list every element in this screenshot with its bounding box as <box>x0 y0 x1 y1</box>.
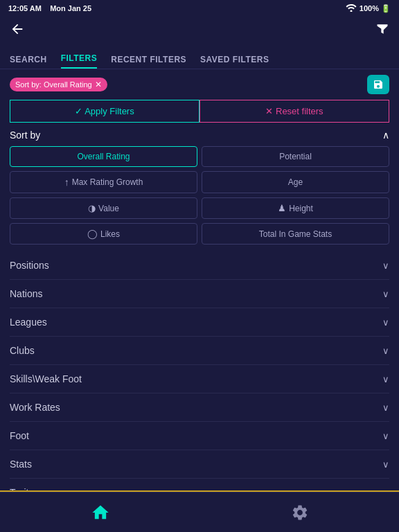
sort-item-total-stats[interactable]: Total In Game Stats <box>202 223 389 245</box>
chevron-down-icon: ∨ <box>382 346 389 356</box>
chevron-down-icon: ∨ <box>382 374 389 384</box>
sort-item-max-rating[interactable]: ↑ Max Rating Growth <box>10 171 197 193</box>
tab-recent-filters[interactable]: RECENT FILTERS <box>111 55 186 69</box>
sort-item-age[interactable]: Age <box>202 171 389 193</box>
chevron-down-icon: ∨ <box>382 459 389 470</box>
circle-icon: ◯ <box>87 229 98 239</box>
moon-icon: ◑ <box>88 203 96 213</box>
nav-settings-button[interactable] <box>291 504 309 522</box>
sort-item-label: Age <box>288 177 303 187</box>
chevron-down-icon: ∨ <box>382 260 389 271</box>
status-icons: 100% 🔋 <box>346 3 391 13</box>
sort-label: Sort by <box>10 130 40 141</box>
apply-filters-button[interactable]: ✓ Apply Filters <box>10 100 200 123</box>
filter-row-label: Foot <box>10 430 29 441</box>
tag-label: Sort by: Overall Rating <box>15 80 92 89</box>
filter-row-label: Clubs <box>10 345 35 356</box>
sort-header[interactable]: Sort by ∧ <box>10 130 389 141</box>
filter-row-label: Skills\Weak Foot <box>10 373 82 384</box>
filter-row-work-rates[interactable]: Work Rates ∨ <box>10 393 389 422</box>
tag-remove-icon[interactable]: ✕ <box>95 80 102 89</box>
battery-icon: 100% 🔋 <box>360 4 391 13</box>
sort-item-label: Height <box>289 204 313 213</box>
sort-grid: Overall Rating Potential ↑ Max Rating Gr… <box>10 146 389 245</box>
filter-row-label: Nations <box>10 288 42 299</box>
sort-item-label: Potential <box>279 152 312 161</box>
active-filter-tag[interactable]: Sort by: Overall Rating ✕ <box>10 78 107 91</box>
sort-item-likes[interactable]: ◯ Likes <box>10 223 197 245</box>
status-bar: 12:05 AM Mon Jan 25 100% 🔋 <box>0 0 399 17</box>
filter-row-label: Stats <box>10 459 32 470</box>
chevron-down-icon: ∨ <box>382 431 389 441</box>
sort-item-value[interactable]: ◑ Value <box>10 197 197 219</box>
sort-item-potential[interactable]: Potential <box>202 146 389 167</box>
sort-item-label: Overall Rating <box>77 152 130 161</box>
filter-tags-row: Sort by: Overall Rating ✕ <box>0 69 399 100</box>
filter-row-skills-weak-foot[interactable]: Skills\Weak Foot ∨ <box>10 365 389 393</box>
action-buttons: ✓ Apply Filters ✕ Reset filters <box>0 100 399 123</box>
tab-search[interactable]: SEARCH <box>10 55 47 69</box>
sort-arrow-icon: ↑ <box>64 177 69 188</box>
sort-item-label: Max Rating Growth <box>72 177 143 187</box>
tabs-bar: SEARCH FILTERS RECENT FILTERS SAVED FILT… <box>0 44 399 69</box>
filter-row-label: Work Rates <box>10 402 60 413</box>
save-filter-button[interactable] <box>367 75 389 94</box>
person-icon: ♟ <box>278 203 286 213</box>
filter-row-leagues[interactable]: Leagues ∨ <box>10 308 389 337</box>
filter-row-clubs[interactable]: Clubs ∨ <box>10 337 389 365</box>
top-nav <box>0 17 399 44</box>
sort-section: Sort by ∧ Overall Rating Potential ↑ Max… <box>0 130 399 245</box>
chevron-down-icon: ∨ <box>382 317 389 328</box>
reset-filters-button[interactable]: ✕ Reset filters <box>200 100 389 123</box>
filter-row-foot[interactable]: Foot ∨ <box>10 422 389 450</box>
filter-row-label: Positions <box>10 260 49 271</box>
sort-item-overall[interactable]: Overall Rating <box>10 146 197 167</box>
filter-row-stats[interactable]: Stats ∨ <box>10 450 389 479</box>
chevron-down-icon: ∨ <box>382 402 389 413</box>
chevron-down-icon: ∨ <box>382 289 389 299</box>
tab-saved-filters[interactable]: SAVED FILTERS <box>200 55 269 69</box>
bottom-nav <box>0 492 399 532</box>
filter-funnel-icon[interactable] <box>375 22 389 39</box>
sort-item-label: Likes <box>100 229 120 239</box>
filter-row-positions[interactable]: Positions ∨ <box>10 251 389 280</box>
wifi-icon <box>346 3 357 13</box>
sort-collapse-icon[interactable]: ∧ <box>382 130 389 141</box>
sort-item-label: Total In Game Stats <box>259 229 332 239</box>
svg-point-0 <box>350 10 352 12</box>
sort-item-height[interactable]: ♟ Height <box>202 197 389 219</box>
status-time: 12:05 AM Mon Jan 25 <box>8 4 91 12</box>
back-button[interactable] <box>10 21 25 40</box>
tab-filters[interactable]: FILTERS <box>61 53 98 69</box>
filter-row-nations[interactable]: Nations ∨ <box>10 280 389 308</box>
sort-item-label: Value <box>98 204 119 213</box>
filter-row-label: Leagues <box>10 317 47 328</box>
nav-home-button[interactable] <box>91 503 110 522</box>
